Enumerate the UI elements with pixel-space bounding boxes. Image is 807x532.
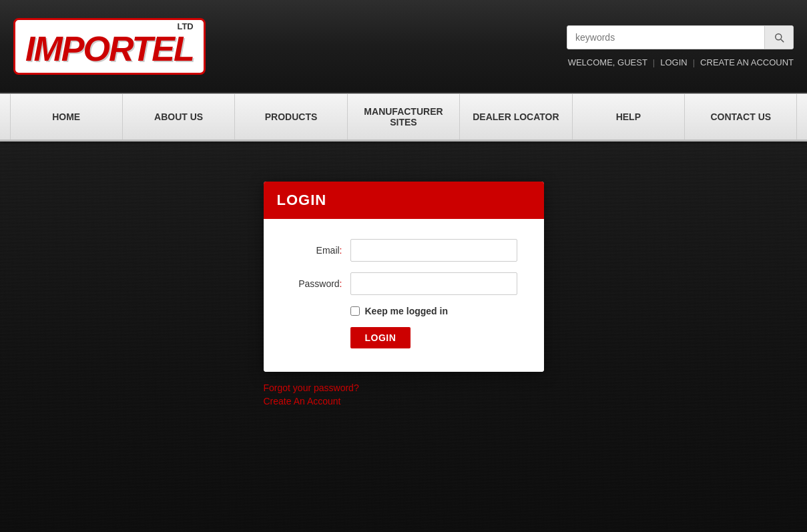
logo-container: LTD IMPORTEL: [13, 18, 206, 75]
below-card-links: Forgot your password? Create An Account: [264, 382, 544, 409]
header: LTD IMPORTEL WELCOME, GUEST | LOGIN | CR…: [0, 0, 807, 93]
login-link[interactable]: LOGIN: [660, 57, 687, 67]
nav-item-help[interactable]: HELP: [573, 94, 685, 140]
nav-item-home[interactable]: HOME: [10, 94, 123, 140]
welcome-text: WELCOME, GUEST: [568, 57, 647, 67]
navbar: HOME ABOUT US PRODUCTS MANUFACTURER SITE…: [0, 93, 807, 142]
email-row: Email:: [290, 239, 517, 262]
search-bar: [567, 25, 794, 49]
email-colon: :: [340, 245, 342, 256]
login-card: LOGIN Email: Password: Keep me logged in: [264, 182, 544, 372]
password-label: Password:: [290, 278, 350, 289]
search-button[interactable]: [764, 26, 793, 49]
navbar-inner: HOME ABOUT US PRODUCTS MANUFACTURER SITE…: [10, 94, 798, 140]
password-colon: :: [340, 278, 342, 289]
create-account-link[interactable]: CREATE AN ACCOUNT: [700, 57, 794, 67]
forgot-password-link[interactable]: Forgot your password?: [264, 382, 359, 393]
main-content: LOGIN Email: Password: Keep me logged in: [0, 142, 807, 409]
nav-item-manufacturer-sites[interactable]: MANUFACTURER SITES: [348, 94, 460, 140]
password-row: Password:: [290, 272, 517, 295]
logo-text: IMPORTEL: [25, 31, 194, 66]
nav-item-contact-us[interactable]: CONTACT US: [685, 94, 797, 140]
login-button[interactable]: LOGIN: [350, 327, 411, 348]
keep-logged-row: Keep me logged in: [350, 306, 517, 316]
create-account-below-link[interactable]: Create An Account: [264, 396, 341, 407]
nav-item-dealer-locator[interactable]: DEALER LOCATOR: [460, 94, 572, 140]
separator-1: |: [653, 57, 655, 67]
login-title: LOGIN: [277, 192, 327, 208]
header-nav: WELCOME, GUEST | LOGIN | CREATE AN ACCOU…: [568, 57, 794, 67]
email-input[interactable]: [350, 239, 517, 262]
email-label: Email:: [290, 245, 350, 256]
login-button-row: LOGIN: [350, 327, 517, 348]
separator-2: |: [693, 57, 695, 67]
login-card-header: LOGIN: [264, 182, 544, 219]
search-input[interactable]: [567, 27, 764, 48]
header-right: WELCOME, GUEST | LOGIN | CREATE AN ACCOU…: [567, 25, 794, 67]
password-input[interactable]: [350, 272, 517, 295]
keep-logged-checkbox[interactable]: [350, 306, 360, 316]
keep-logged-label[interactable]: Keep me logged in: [365, 306, 448, 316]
search-icon: [773, 31, 785, 43]
logo-box: LTD IMPORTEL: [13, 18, 206, 75]
nav-item-about-us[interactable]: ABOUT US: [123, 94, 235, 140]
login-body: Email: Password: Keep me logged in LOGIN: [264, 219, 544, 372]
nav-item-products[interactable]: PRODUCTS: [235, 94, 347, 140]
